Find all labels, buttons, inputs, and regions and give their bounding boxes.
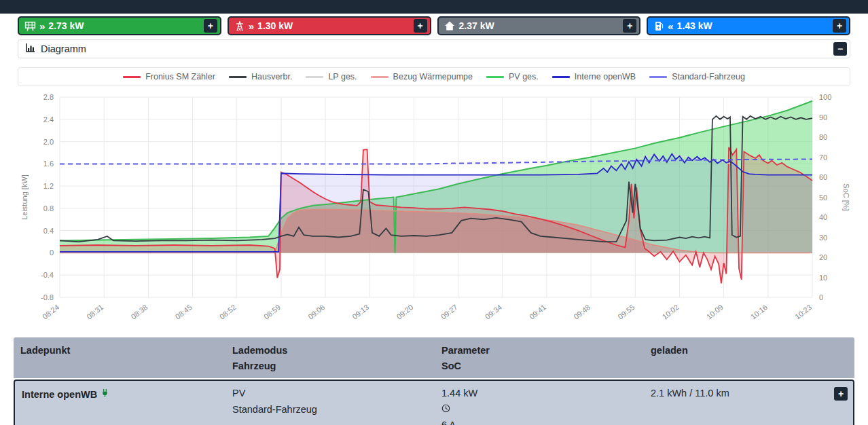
plug-connected-icon — [101, 387, 109, 403]
legend-marker — [649, 76, 667, 78]
svg-text:80: 80 — [819, 133, 827, 141]
svg-text:40: 40 — [819, 213, 827, 221]
flow-chevrons: « — [668, 20, 672, 32]
status-cards-row: » 2.73 kW + » 1.30 kW + 2.37 kW + « 1 — [18, 16, 850, 35]
header-geladen-label: geladen — [651, 343, 854, 358]
card-pv-expand-button[interactable]: + — [204, 19, 217, 33]
svg-text:10: 10 — [819, 274, 827, 282]
card-grid-expand-button[interactable]: + — [414, 19, 427, 33]
legend-item-lp[interactable]: LP ges. — [306, 72, 357, 81]
svg-text:100: 100 — [819, 93, 831, 101]
charge-current-value: 6 A — [441, 418, 644, 425]
svg-text:09:13: 09:13 — [350, 303, 370, 320]
card-chargepoint-power[interactable]: « 1.43 kW + — [647, 16, 850, 35]
svg-text:2.0: 2.0 — [43, 138, 54, 146]
svg-text:08:52: 08:52 — [218, 303, 238, 320]
svg-text:1.6: 1.6 — [43, 160, 54, 168]
legend-item-fahrzeug[interactable]: Standard-Fahrzeug — [649, 72, 745, 81]
svg-text:Leistung [kW]: Leistung [kW] — [20, 174, 29, 220]
svg-text:09:27: 09:27 — [439, 303, 459, 320]
house-icon — [444, 20, 455, 31]
svg-text:09:55: 09:55 — [616, 303, 636, 320]
legend-marker — [486, 76, 504, 78]
legend-item-pv[interactable]: PV ges. — [486, 72, 539, 81]
legend-marker — [552, 76, 570, 78]
top-navbar — [0, 0, 868, 14]
svg-text:0.4: 0.4 — [43, 227, 54, 235]
flow-chevrons: » — [39, 20, 44, 32]
svg-text:30: 30 — [819, 234, 827, 242]
chargepoint-row[interactable]: Interne openWB PV Standard-Fahrzeug 1.44… — [14, 380, 854, 425]
svg-text:09:41: 09:41 — [528, 303, 547, 320]
card-grid-power[interactable]: » 1.30 kW + — [228, 16, 431, 35]
svg-text:2.4: 2.4 — [43, 115, 54, 124]
charge-power-value: 1.44 kW — [441, 386, 644, 401]
legend-label: Interne openWB — [575, 72, 636, 81]
svg-text:09:20: 09:20 — [395, 303, 415, 320]
header-parameter-soc: Parameter SoC — [435, 343, 644, 374]
diagram-header: Diagramm − — [18, 39, 850, 58]
svg-text:20: 20 — [819, 253, 827, 261]
svg-text:08:59: 08:59 — [262, 303, 282, 320]
legend-item-fronius[interactable]: Fronius SM Zähler — [123, 72, 215, 81]
svg-text:-0.4: -0.4 — [41, 271, 54, 279]
flow-chevrons: » — [249, 20, 253, 32]
legend-marker — [371, 76, 388, 78]
grid-power-value: 1.30 kW — [257, 20, 293, 31]
svg-text:1.2: 1.2 — [43, 182, 54, 190]
parameter-line: 1.44 kW 6 A — [441, 386, 644, 425]
svg-text:0: 0 — [50, 248, 54, 257]
header-parameter-label: Parameter — [441, 343, 644, 358]
legend-label: Hausverbr. — [251, 72, 292, 81]
solar-panel-icon — [24, 20, 36, 32]
legend-label: Fronius SM Zähler — [145, 72, 215, 81]
bar-chart-icon — [25, 43, 35, 55]
mode-vehicle-cell: PV Standard-Fahrzeug — [225, 386, 435, 425]
diagram-collapse-button[interactable]: − — [833, 42, 847, 56]
header-geladen: geladen — [644, 343, 854, 374]
vehicle-value[interactable]: Standard-Fahrzeug — [232, 402, 435, 418]
card-pv-power[interactable]: » 2.73 kW + — [18, 16, 221, 35]
svg-text:50: 50 — [819, 193, 827, 202]
card-charge-expand-button[interactable]: + — [833, 19, 846, 33]
legend-item-openwb[interactable]: Interne openWB — [552, 72, 636, 81]
legend-label: LP ges. — [328, 72, 357, 81]
diagram-chart: -0.8-0.400.40.81.21.62.02.42.80102030405… — [18, 89, 850, 328]
card-house-power[interactable]: 2.37 kW + — [437, 16, 641, 35]
charge-mode-value[interactable]: PV — [232, 386, 435, 401]
legend-marker — [229, 76, 247, 78]
diagram-chart-container: -0.8-0.400.40.81.21.62.02.42.80102030405… — [18, 89, 850, 331]
legend-item-haus[interactable]: Hausverbr. — [229, 72, 292, 81]
svg-text:2.8: 2.8 — [43, 93, 54, 101]
card-house-expand-button[interactable]: + — [623, 19, 636, 33]
header-fahrzeug-label: Fahrzeug — [232, 358, 435, 374]
table-header: Ladepunkt Lademodus Fahrzeug Parameter S… — [14, 337, 854, 378]
svg-text:10:09: 10:09 — [705, 303, 725, 320]
header-lademodus-label: Lademodus — [232, 343, 435, 358]
legend-marker — [306, 76, 323, 78]
legend-label: Bezug Wärmepumpe — [393, 72, 473, 81]
svg-text:0: 0 — [819, 293, 823, 301]
svg-text:70: 70 — [819, 153, 827, 162]
chargepoint-expand-button[interactable]: + — [834, 387, 848, 401]
parameter-soc-cell: 1.44 kW 6 A 69 % — [435, 386, 644, 425]
chargepoint-name-cell: Interne openWB — [15, 386, 225, 425]
header-ladepunkt: Ladepunkt — [14, 343, 225, 374]
legend-marker — [123, 76, 141, 78]
pylon-icon — [234, 20, 245, 32]
svg-text:10:02: 10:02 — [661, 303, 681, 320]
svg-text:-0.8: -0.8 — [41, 293, 54, 301]
chargepoint-table: Ladepunkt Lademodus Fahrzeug Parameter S… — [14, 337, 854, 425]
charging-station-icon — [653, 20, 664, 32]
svg-text:10:16: 10:16 — [749, 303, 769, 320]
diagram-title: Diagramm — [41, 43, 86, 54]
house-power-value: 2.37 kW — [459, 20, 494, 31]
svg-text:09:34: 09:34 — [484, 303, 503, 320]
svg-text:08:38: 08:38 — [130, 303, 149, 320]
legend-label: PV ges. — [509, 72, 539, 81]
svg-text:10:23: 10:23 — [793, 303, 813, 320]
svg-text:09:06: 09:06 — [306, 303, 326, 320]
legend-item-wp[interactable]: Bezug Wärmepumpe — [371, 72, 473, 81]
header-lademodus-fahrzeug: Lademodus Fahrzeug — [225, 343, 435, 374]
svg-text:SoC [%]: SoC [%] — [842, 183, 850, 210]
